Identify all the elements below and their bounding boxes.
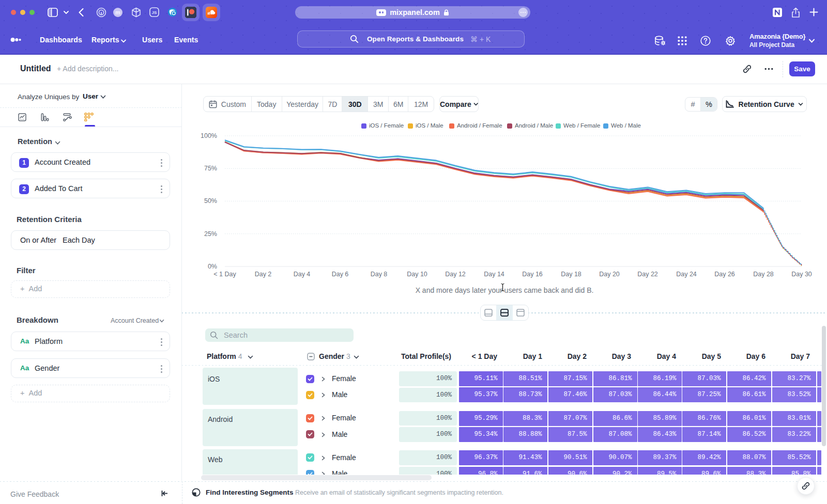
- svg-text:JS: JS: [152, 10, 157, 15]
